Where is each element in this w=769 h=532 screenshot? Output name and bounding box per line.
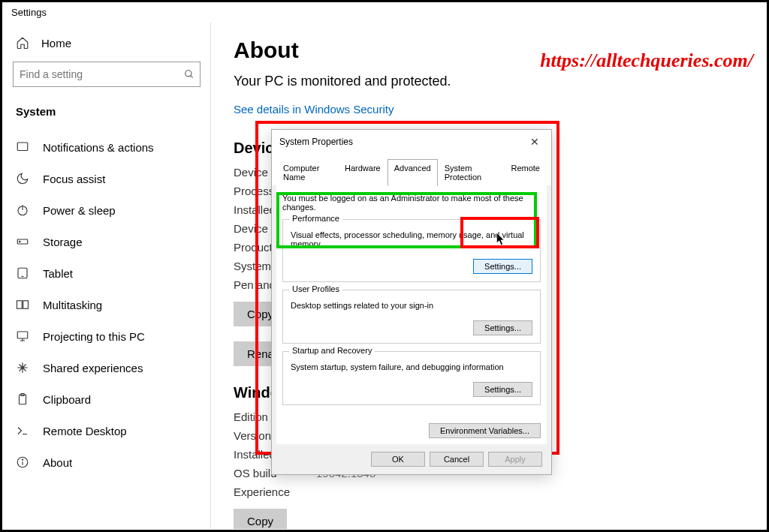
sidebar-item-label: Projecting to this PC	[43, 330, 145, 343]
dialog-title: System Properties	[279, 137, 353, 147]
subtitle: Your PC is monitored and protected.	[234, 74, 744, 89]
sidebar-item-about[interactable]: About	[5, 446, 208, 478]
search-icon	[184, 69, 195, 80]
kv-row: Experience	[234, 482, 744, 501]
sidebar-item-storage[interactable]: Storage	[5, 226, 208, 257]
tab-computer-name[interactable]: Computer Name	[276, 159, 338, 186]
sidebar-item-label: Notifications & actions	[43, 141, 154, 154]
sidebar-item-label: Clipboard	[43, 393, 91, 406]
sidebar-item-multitasking[interactable]: Multitasking	[5, 289, 208, 320]
home-button[interactable]: Home	[5, 29, 208, 57]
sidebar-item-label: Multitasking	[43, 299, 102, 311]
user-profiles-settings-button[interactable]: Settings...	[473, 320, 532, 335]
sidebar-item-label: Remote Desktop	[43, 425, 127, 437]
close-icon[interactable]: ✕	[526, 136, 544, 148]
tab-remote[interactable]: Remote	[504, 159, 547, 186]
sidebar-item-tablet[interactable]: Tablet	[5, 257, 208, 289]
user-profiles-desc: Desktop settings related to your sign-in	[291, 301, 532, 310]
shared-icon	[16, 361, 29, 374]
ok-button[interactable]: OK	[371, 452, 425, 467]
user-profiles-legend: User Profiles	[289, 284, 342, 293]
remote-icon	[16, 424, 29, 437]
tab-hardware[interactable]: Hardware	[338, 159, 388, 186]
sidebar-item-notifications[interactable]: Notifications & actions	[5, 131, 208, 163]
svg-point-0	[185, 71, 191, 77]
watermark-text: https://alltechqueries.com/	[540, 50, 753, 72]
sidebar-item-focus-assist[interactable]: Focus assist	[5, 163, 208, 194]
svg-rect-10	[23, 301, 29, 309]
tab-advanced[interactable]: Advanced	[388, 159, 438, 186]
sidebar-item-label: About	[43, 456, 72, 469]
performance-legend: Performance	[289, 214, 342, 223]
startup-legend: Startup and Recovery	[289, 346, 375, 355]
environment-variables-button[interactable]: Environment Variables...	[429, 423, 541, 438]
user-profiles-group: User Profiles Desktop settings related t…	[282, 290, 541, 344]
notifications-icon	[16, 140, 29, 154]
svg-rect-2	[17, 143, 28, 151]
multitasking-icon	[16, 298, 29, 311]
search-wrap	[13, 62, 201, 87]
performance-settings-button[interactable]: Settings...	[473, 259, 532, 274]
section-label: System	[5, 98, 208, 131]
sidebar-item-projecting[interactable]: Projecting to this PC	[5, 320, 208, 352]
clipboard-icon	[16, 392, 29, 406]
tabs: Computer Name Hardware Advanced System P…	[272, 154, 551, 185]
sidebar-item-clipboard[interactable]: Clipboard	[5, 383, 208, 415]
svg-rect-9	[17, 301, 23, 309]
tab-system-protection[interactable]: System Protection	[438, 159, 505, 186]
svg-line-1	[191, 76, 193, 78]
storage-icon	[16, 235, 29, 248]
sidebar-item-power[interactable]: Power & sleep	[5, 194, 208, 226]
power-icon	[16, 203, 29, 217]
sidebar-item-label: Focus assist	[43, 173, 105, 185]
sidebar-item-label: Shared experiences	[43, 362, 143, 374]
sidebar-item-label: Tablet	[43, 267, 73, 280]
focus-assist-icon	[16, 172, 29, 185]
windows-security-link[interactable]: See details in Windows Security	[234, 103, 394, 116]
cancel-button[interactable]: Cancel	[430, 452, 484, 467]
window-title: Settings	[2, 2, 767, 23]
svg-rect-11	[17, 332, 28, 338]
sidebar-item-label: Power & sleep	[43, 204, 116, 217]
admin-note: You must be logged on as an Administrato…	[282, 194, 541, 212]
home-icon	[16, 36, 29, 50]
performance-desc: Visual effects, processor scheduling, me…	[291, 230, 532, 248]
startup-desc: System startup, system failure, and debu…	[291, 362, 532, 371]
home-label: Home	[41, 37, 71, 50]
search-input[interactable]	[13, 62, 201, 87]
about-icon	[16, 455, 29, 469]
sidebar-item-shared[interactable]: Shared experiences	[5, 352, 208, 383]
copy-button-2[interactable]: Copy	[234, 509, 287, 529]
sidebar-item-label: Storage	[43, 236, 83, 248]
tablet-icon	[16, 266, 29, 280]
system-properties-dialog: System Properties ✕ Computer Name Hardwa…	[271, 129, 552, 475]
startup-settings-button[interactable]: Settings...	[473, 382, 532, 397]
startup-group: Startup and Recovery System startup, sys…	[282, 351, 541, 405]
apply-button[interactable]: Apply	[488, 452, 542, 467]
svg-point-16	[22, 459, 23, 460]
projecting-icon	[16, 329, 29, 343]
sidebar: Home System Notifications & actions Focu…	[2, 23, 211, 529]
svg-point-6	[20, 241, 21, 242]
sidebar-item-remote[interactable]: Remote Desktop	[5, 415, 208, 446]
performance-group: Performance Visual effects, processor sc…	[282, 219, 541, 282]
